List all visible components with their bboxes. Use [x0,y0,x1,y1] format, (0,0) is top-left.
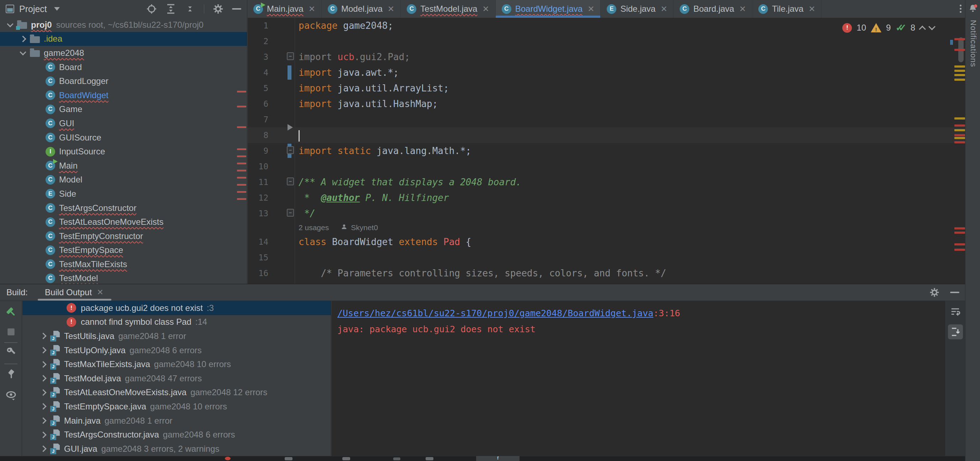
tree-item-Main[interactable]: CMain [0,159,247,173]
more-tabs-icon[interactable] [960,5,961,13]
code-line-11[interactable]: 11−/** A widget that displays a 2048 boa… [248,174,965,190]
close-icon[interactable]: ✕ [482,4,489,14]
locate-file-icon[interactable] [146,3,157,14]
error-stripe-mark[interactable] [955,38,965,40]
tab-TestModel.java[interactable]: CTestModel.java✕ [401,0,495,18]
inspection-widget[interactable]: ! 10 ! 9 ✓✓ 8 [842,22,934,33]
chevron-right-icon[interactable] [36,432,50,437]
settings-gear-icon[interactable] [213,3,223,14]
tab-Board.java[interactable]: CBoard.java✕ [674,0,752,18]
build-row-error[interactable]: !package ucb.gui2 does not exist:3 [22,301,331,315]
tree-item-Board[interactable]: CBoard [0,60,247,74]
error-stripe-mark[interactable] [955,79,965,81]
collapse-all-icon[interactable] [185,3,196,14]
wrench-icon[interactable] [6,347,16,357]
close-icon[interactable]: ✕ [660,4,667,14]
tree-item-proj0[interactable]: proj0sources root, ~/cs61bl/su22-s170/pr… [0,18,247,32]
code-line-6[interactable]: 6import java.util.HashMap; [248,96,965,112]
close-icon[interactable]: ✕ [97,288,103,297]
file-link[interactable]: /Users/hez/cs61bl/su22-s170/proj0/game20… [337,308,653,318]
tree-item-TestMaxTileExists[interactable]: CTestMaxTileExists [0,257,247,272]
dock-app-icon[interactable] [426,457,433,460]
tree-item-TestModel[interactable]: CTestModel [0,272,247,284]
scroll-to-end-icon[interactable] [948,324,963,339]
dock-app-icon[interactable] [393,458,400,460]
error-stripe-mark[interactable] [955,141,965,143]
error-stripe-mark[interactable] [955,227,965,229]
hide-panel-icon[interactable] [232,8,241,10]
code-line-5[interactable]: 5import java.util.ArrayList; [248,80,965,96]
dock-app-icon[interactable] [285,457,293,460]
fold-marker-icon[interactable]: − [287,209,294,217]
author-hint[interactable]: Skynet0 [351,223,378,232]
project-panel-title[interactable]: Project [19,4,47,14]
notifications-stripe-button[interactable]: Notifications [969,20,978,67]
tree-item-Model[interactable]: CModel [0,173,247,187]
fold-marker-icon[interactable]: − [287,146,294,154]
build-row-TestModel.java[interactable]: JTestModel.javagame2048 47 errors [22,371,331,386]
hide-build-panel-icon[interactable] [950,292,959,293]
tree-item-BoardLogger[interactable]: CBoardLogger [0,74,247,88]
tree-item-game2048[interactable]: game2048 [0,46,247,60]
tree-item-Side[interactable]: ESide [0,187,247,201]
error-stripe-mark[interactable] [955,134,965,136]
code-line-16[interactable]: 16 /* Parameters controlling sizes, spee… [248,265,965,281]
error-stripe-mark[interactable] [955,65,965,68]
code-line-9[interactable]: 9−import static java.lang.Math.*; [248,143,965,159]
stop-icon[interactable] [6,327,16,337]
tree-item-TestEmptySpace[interactable]: CTestEmptySpace [0,243,247,258]
build-row-TestEmptySpace.java[interactable]: JTestEmptySpace.javagame2048 10 errors [22,399,331,414]
tree-item-InputSource[interactable]: IInputSource [0,145,247,159]
build-row-TestUtils.java[interactable]: JTestUtils.javagame2048 1 error [22,329,331,343]
build-row-TestAtLeastOneMoveExists.java[interactable]: JTestAtLeastOneMoveExists.javagame2048 1… [22,386,331,400]
chevron-down-icon[interactable] [3,24,17,26]
tab-Tile.java[interactable]: CTile.java✕ [752,0,822,18]
error-stripe-mark[interactable] [955,129,965,131]
error-stripe-mark[interactable] [955,232,965,234]
dock-app-icon[interactable] [225,457,231,460]
tree-item-.idea[interactable]: .idea [0,32,247,46]
rerun-build-icon[interactable] [5,306,17,318]
pin-icon[interactable] [6,369,16,379]
soft-wrap-icon[interactable] [948,305,963,320]
chevron-right-icon[interactable] [36,447,50,451]
error-stripe-mark[interactable] [955,70,965,72]
chevron-down-icon[interactable] [16,52,30,54]
error-stripe-mark[interactable] [955,118,965,119]
chevron-right-icon[interactable] [16,37,30,41]
build-row-GUI.java[interactable]: JGUI.javagame2048 3 errors, 2 warnings [22,442,331,456]
prev-problem-icon[interactable] [919,25,926,33]
tab-Side.java[interactable]: ESide.java✕ [601,0,674,18]
build-settings-gear-icon[interactable] [929,288,939,297]
code-line-15[interactable]: 15 [248,250,965,265]
preview-eye-icon[interactable] [5,390,17,401]
close-icon[interactable]: ✕ [739,4,746,14]
expand-all-icon[interactable] [165,3,176,14]
chevron-right-icon[interactable] [36,404,50,409]
chevron-right-icon[interactable] [36,376,50,381]
error-stripe-mark[interactable] [955,74,965,76]
code-line-14[interactable]: 14class BoardWidget extends Pad { [248,234,965,250]
tab-Main.java[interactable]: CMain.java✕ [247,0,322,18]
build-output-tab[interactable]: Build Output ✕ [43,284,106,300]
next-problem-icon[interactable] [928,23,935,30]
inlay-hint[interactable]: 2 usagesSkynet0 [299,221,378,234]
code-line-7[interactable]: 7 [248,112,965,127]
fold-marker-icon[interactable]: − [287,178,294,185]
close-icon[interactable]: ✕ [808,4,815,14]
error-stripe-mark[interactable] [955,49,965,51]
code-line-4[interactable]: 4import java.awt.*; [248,65,965,80]
code-line-12[interactable]: 12 * @author P. N. Hilfinger [248,190,965,206]
build-row-error[interactable]: !cannot find symbol class Pad:14 [22,315,331,329]
tree-item-GUI[interactable]: CGUI [0,116,247,130]
dock-app-icon[interactable] [342,457,350,460]
code-line-2[interactable]: 2 [248,33,965,49]
chevron-right-icon[interactable] [36,362,50,367]
error-stripe-mark[interactable] [955,249,965,251]
build-row-TestArgsConstructor.java[interactable]: JTestArgsConstructor.javagame2048 6 erro… [22,428,331,442]
code-line-3[interactable]: 3−import ucb.gui2.Pad; [248,49,965,65]
notification-bell-icon[interactable] [968,3,978,16]
code-editor[interactable]: 1package game2048;23−import ucb.gui2.Pad… [248,18,965,284]
usages-hint[interactable]: 2 usages [299,223,329,232]
tree-item-TestAtLeastOneMoveExists[interactable]: CTestAtLeastOneMoveExists [0,215,247,229]
